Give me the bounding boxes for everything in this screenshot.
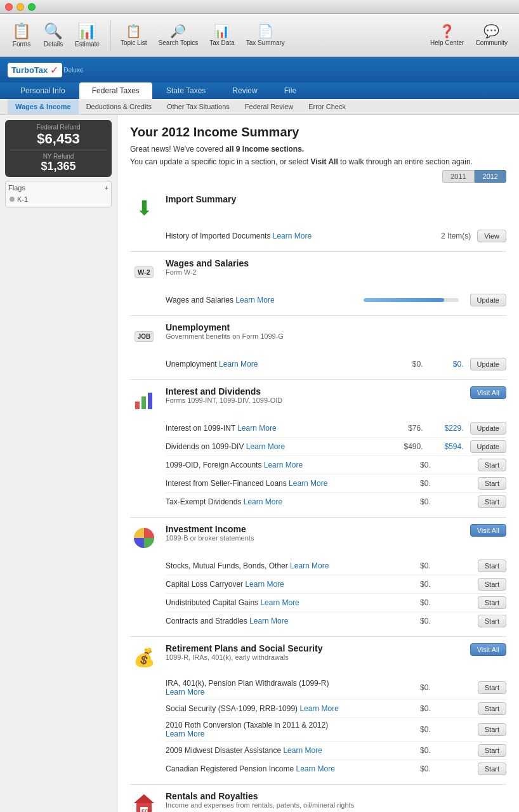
learn-more-link[interactable]: Learn More (273, 232, 312, 240)
community-label: Community (475, 39, 508, 46)
update-button[interactable]: Update (470, 440, 506, 453)
search-topics-button[interactable]: 🔎 Search Topics (154, 22, 204, 49)
learn-more-link[interactable]: Learn More (289, 479, 327, 488)
start-button[interactable]: Start (478, 744, 506, 757)
tax-data-button[interactable]: 📊 Tax Data (204, 22, 239, 49)
learn-more-link[interactable]: Learn More (166, 688, 204, 697)
pie-chart-icon (130, 524, 158, 552)
visit-all-interest-button[interactable]: Visit All (470, 386, 506, 399)
learn-more-link[interactable]: Learn More (219, 360, 258, 369)
row-val-2011: $0. (393, 497, 431, 506)
tab-federal-taxes[interactable]: Federal Taxes (79, 82, 152, 99)
start-button[interactable]: Start (478, 495, 506, 508)
learn-more-link[interactable]: Learn More (296, 764, 334, 773)
logo-text: TurboTax (11, 65, 48, 75)
learn-more-link[interactable]: Learn More (237, 424, 276, 433)
subnav-error-check[interactable]: Error Check (301, 99, 353, 114)
view-button[interactable]: View (477, 230, 506, 242)
row-val-2011: $0. (393, 598, 431, 607)
start-button[interactable]: Start (478, 681, 506, 694)
tab-state-taxes[interactable]: State Taxes (154, 82, 218, 99)
learn-more-link[interactable]: Learn More (260, 598, 299, 607)
import-title: Import Summary (166, 194, 506, 204)
subnav-other-tax[interactable]: Other Tax Situations (159, 99, 237, 114)
start-button[interactable]: Start (478, 578, 506, 591)
row-val-2011: $0. (385, 360, 423, 369)
visit-all-investment-button[interactable]: Visit All (470, 524, 506, 537)
row-label: Stocks, Mutual Funds, Bonds, Other Learn… (166, 561, 390, 570)
table-row: Dividends on 1099-DIV Learn More $490. $… (166, 438, 506, 456)
community-icon: 💬 (483, 25, 499, 37)
update-button[interactable]: Update (470, 294, 506, 306)
ny-refund-amount: $1,365 (10, 160, 107, 173)
start-button[interactable]: Start (478, 477, 506, 490)
year-2011-button[interactable]: 2011 (442, 170, 474, 183)
row-val-2011: $490. (385, 442, 423, 451)
search-topics-icon: 🔎 (170, 25, 186, 37)
main-layout: Federal Refund $6,453 NY Refund $1,365 F… (0, 115, 519, 812)
flag-label: K-1 (17, 195, 28, 203)
subnav-deductions-credits[interactable]: Deductions & Credits (79, 99, 159, 114)
learn-more-link[interactable]: Learn More (166, 730, 204, 738)
rentals-header: FOR RENT Rentals and Royalties Income an… (130, 791, 506, 812)
content-area: Your 2012 Income Summary Great news! We'… (117, 115, 519, 812)
row-label: Wages and Salaries Learn More (166, 296, 356, 304)
interest-header: Interest and Dividends Forms 1099-INT, 1… (130, 386, 506, 414)
start-button[interactable]: Start (478, 723, 506, 736)
learn-more-link[interactable]: Learn More (299, 704, 338, 713)
start-button[interactable]: Start (478, 763, 506, 775)
row-val-2011: $0. (393, 683, 431, 692)
unemployment-title: Unemployment (166, 322, 506, 332)
close-button[interactable] (5, 3, 13, 11)
tab-personal-info[interactable]: Personal Info (8, 82, 78, 99)
learn-more-link[interactable]: Learn More (290, 561, 329, 570)
learn-more-link[interactable]: Learn More (246, 442, 285, 451)
table-row: Capital Loss Carryover Learn More $0. St… (166, 575, 506, 594)
topic-list-icon: 📋 (126, 25, 141, 37)
subnav-federal-review[interactable]: Federal Review (237, 99, 301, 114)
tab-review[interactable]: Review (220, 82, 270, 99)
details-label: Details (44, 41, 63, 48)
learn-more-link[interactable]: Learn More (283, 746, 322, 755)
year-2012-button[interactable]: 2012 (475, 170, 506, 183)
estimate-label: Estimate (75, 41, 100, 48)
row-label: Interest on 1099-INT Learn More (166, 424, 383, 433)
update-button-container: Update (470, 358, 506, 370)
estimate-button[interactable]: 📊 Estimate (70, 21, 105, 50)
help-center-button[interactable]: ❓ Help Center (425, 22, 469, 49)
row-label: History of Imported Documents Learn More (166, 232, 430, 240)
community-button[interactable]: 💬 Community (470, 22, 513, 49)
toolbar-left-group: 📋 Forms 🔍 Details 📊 Estimate (6, 21, 105, 50)
flags-add-button[interactable]: + (105, 184, 108, 192)
row-val-2011: $0. (393, 725, 431, 734)
table-row: Unemployment Learn More $0. $0. Update (166, 355, 506, 373)
update-button[interactable]: Update (470, 422, 506, 435)
topic-list-button[interactable]: 📋 Topic List (115, 22, 152, 49)
tax-summary-button[interactable]: 📄 Tax Summary (241, 22, 290, 49)
estimate-icon: 📊 (77, 23, 96, 39)
tab-file[interactable]: File (272, 82, 309, 99)
flags-label: Flags (8, 184, 25, 192)
learn-more-link[interactable]: Learn More (245, 580, 284, 589)
start-button[interactable]: Start (478, 702, 506, 715)
minimize-button[interactable] (16, 3, 24, 11)
update-button[interactable]: Update (470, 358, 506, 370)
learn-more-link[interactable]: Learn More (249, 617, 288, 625)
import-rows: History of Imported Documents Learn More… (166, 227, 506, 245)
start-button[interactable]: Start (478, 459, 506, 471)
learn-more-link[interactable]: Learn More (235, 296, 274, 304)
subnav-wages-income[interactable]: Wages & Income (8, 99, 79, 114)
start-button[interactable]: Start (478, 596, 506, 609)
federal-refund-amount: $6,453 (10, 131, 107, 147)
learn-more-link[interactable]: Learn More (264, 461, 303, 469)
start-button[interactable]: Start (478, 560, 506, 572)
fullscreen-button[interactable] (28, 3, 36, 11)
forms-icon: 📋 (12, 23, 31, 39)
learn-more-link[interactable]: Learn More (244, 497, 282, 506)
forms-button[interactable]: 📋 Forms (6, 21, 37, 50)
interest-rows: Interest on 1099-INT Learn More $76. $22… (166, 419, 506, 511)
start-button[interactable]: Start (478, 615, 506, 627)
details-button[interactable]: 🔍 Details (38, 21, 69, 50)
table-row: History of Imported Documents Learn More… (166, 227, 506, 245)
visit-all-retirement-button[interactable]: Visit All (470, 643, 506, 656)
